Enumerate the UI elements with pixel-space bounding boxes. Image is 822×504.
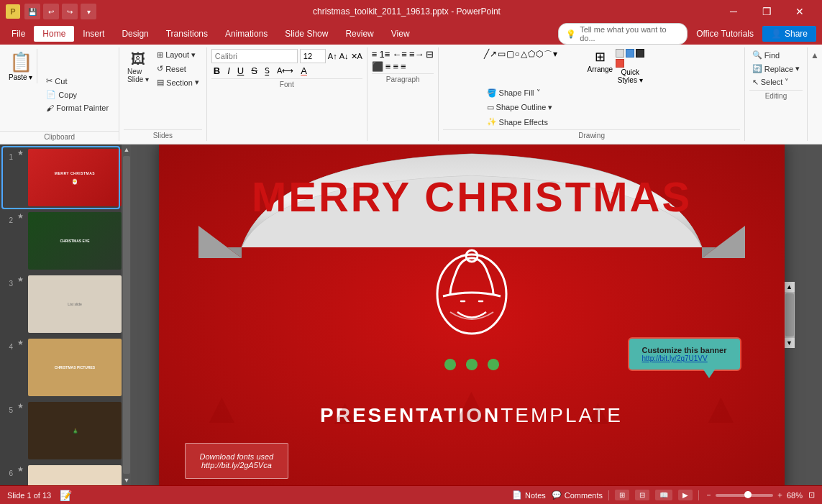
zoom-in-button[interactable]: ＋	[776, 490, 784, 500]
new-slide-button[interactable]: 🖼 NewSlide ▾	[124, 49, 152, 86]
quick-styles-preview	[616, 49, 644, 68]
section-button[interactable]: ▤ Section ▾	[154, 76, 202, 88]
menu-slideshow[interactable]: Slide Show	[276, 26, 337, 42]
download-link[interactable]: http://bit.ly/2gA5Vca	[200, 461, 274, 469]
menu-insert[interactable]: Insert	[74, 26, 113, 42]
shape-arrow[interactable]: ↗	[490, 49, 497, 61]
notes-button[interactable]: 📄 Notes	[512, 490, 546, 500]
menu-animations[interactable]: Animations	[216, 26, 276, 42]
shape-round-rect[interactable]: ▢	[506, 49, 514, 61]
reset-button[interactable]: ↺ Reset	[154, 63, 202, 75]
menu-home[interactable]: Home	[34, 26, 74, 42]
replace-button[interactable]: 🔄 Replace ▾	[749, 63, 803, 75]
save-button[interactable]: 💾	[24, 4, 40, 19]
layout-button[interactable]: ⊞ Layout ▾	[154, 49, 202, 61]
shape-triangle[interactable]: △	[521, 49, 527, 61]
shape-ellipse[interactable]: ○	[515, 49, 520, 61]
slide-notes-toggle[interactable]: 📝	[60, 490, 72, 501]
zoom-slider[interactable]	[716, 494, 773, 497]
slide-thumb-2[interactable]: 2 ★ CHRISTMAS EVE	[3, 211, 119, 271]
arrange-button[interactable]: ⊞	[588, 49, 613, 65]
scroll-thumb-v[interactable]	[785, 293, 794, 336]
bullet-list-button[interactable]: ≡	[372, 49, 378, 60]
slide-sorter-button[interactable]: ⊟	[635, 490, 649, 500]
slide-thumb-1[interactable]: 1 ★ MERRY CHRISTMAS 🎅	[3, 147, 119, 208]
collapse-ribbon-button[interactable]: ▲	[810, 50, 819, 60]
menu-review[interactable]: Review	[337, 26, 382, 42]
panel-scroll-up[interactable]: ▲	[122, 145, 131, 155]
reading-view-button[interactable]: 📖	[655, 490, 672, 500]
font-size-input[interactable]	[300, 49, 326, 63]
tell-me-box[interactable]: 💡 Tell me what you want to do...	[558, 23, 688, 45]
char-spacing-button[interactable]: A⟷	[275, 65, 296, 76]
slideshow-button[interactable]: ▶	[678, 490, 693, 500]
decrease-indent-button[interactable]: ←≡	[392, 49, 407, 60]
zoom-out-button[interactable]: －	[705, 490, 713, 500]
scroll-up-button[interactable]: ▲	[785, 282, 795, 292]
align-center-button[interactable]: ≡	[385, 61, 391, 72]
zoom-slider-thumb[interactable]	[744, 491, 752, 498]
menu-view[interactable]: View	[383, 26, 419, 42]
slide-thumb-3[interactable]: 3 ★ List slide	[3, 274, 119, 334]
copy-button[interactable]: 📄 Copy	[43, 88, 111, 101]
scroll-down-button[interactable]: ▼	[785, 338, 795, 348]
shape-outline-button[interactable]: ▭ Shape Outline ▾	[484, 101, 556, 114]
slide-thumb-4[interactable]: 4 ★ CHRISTMAS PICTURES	[3, 337, 119, 398]
slide-preview-5: 🎄	[28, 402, 122, 459]
fit-window-button[interactable]: ⊡	[808, 490, 815, 500]
shape-line[interactable]: ╱	[484, 49, 489, 61]
shape-fill-button[interactable]: 🪣 Shape Fill ˅	[484, 87, 556, 99]
font-size-decrease[interactable]: A↓	[339, 52, 349, 60]
format-painter-button[interactable]: 🖌 Format Painter	[43, 102, 111, 114]
office-tutorials-link[interactable]: Office Tutorials	[690, 26, 759, 42]
strikethrough-button[interactable]: S	[249, 65, 260, 77]
callout-link[interactable]: http://bit.ly/2q7U1VV	[642, 354, 727, 362]
shape-pentagon[interactable]: ⬠	[528, 49, 535, 61]
shape-hexagon[interactable]: ⬡	[536, 49, 543, 61]
align-right-button[interactable]: ≡	[393, 61, 398, 72]
align-left-button[interactable]: ⬛	[372, 61, 383, 72]
download-box[interactable]: Download fonts used http://bit.ly/2gA5Vc…	[185, 443, 289, 479]
panel-scroll-thumb[interactable]	[123, 156, 130, 474]
select-button[interactable]: ↖ Select ˅	[749, 76, 803, 88]
numbered-list-button[interactable]: 1≡	[379, 49, 390, 60]
comments-button[interactable]: 💬 Comments	[552, 490, 603, 500]
shadow-button[interactable]: S̲	[262, 65, 272, 76]
quick-access-dropdown[interactable]: ▾	[81, 4, 96, 19]
outline-icon: ▭	[487, 103, 494, 112]
clear-formatting[interactable]: ✕A	[351, 52, 362, 61]
column-button[interactable]: ⊟	[426, 49, 434, 60]
font-color-button[interactable]: A	[298, 65, 309, 77]
window-title: christmas_toolkit_2011_19613.pptx - Powe…	[96, 6, 717, 17]
slide-canvas[interactable]: MERRY CHRISTMAS	[159, 145, 785, 485]
panel-scroll-down[interactable]: ▼	[122, 475, 131, 485]
normal-view-button[interactable]: ⊞	[615, 490, 629, 500]
italic-button[interactable]: I	[225, 65, 232, 77]
callout-banner[interactable]: Customize this banner http://bit.ly/2q7U…	[628, 337, 741, 371]
undo-button[interactable]: ↩	[43, 4, 59, 19]
quick-styles-group[interactable]: QuickStyles ▾	[616, 49, 644, 84]
justify-button[interactable]: ≡	[401, 61, 406, 72]
font-name-input[interactable]	[211, 49, 298, 63]
shape-more[interactable]: ▾	[553, 49, 557, 61]
slide-thumb-5[interactable]: 5 ★ 🎄	[3, 400, 119, 461]
paste-button[interactable]: 📋 Paste ▾	[4, 49, 37, 83]
slide-panel-container: 1 ★ MERRY CHRISTMAS 🎅 2 ★ CHRISTMAS EVE	[0, 145, 131, 485]
share-button[interactable]: 👤 Share	[762, 26, 816, 42]
underline-button[interactable]: U	[235, 65, 246, 77]
font-size-increase[interactable]: A↑	[328, 52, 337, 60]
redo-button[interactable]: ↪	[62, 4, 78, 19]
menu-file[interactable]: File	[3, 26, 34, 42]
menu-design[interactable]: Design	[113, 26, 157, 42]
shape-curve[interactable]: ⌒	[544, 49, 552, 61]
callout-tail	[703, 370, 715, 378]
cut-button[interactable]: ✂ Cut	[43, 75, 111, 87]
bold-button[interactable]: B	[211, 65, 222, 77]
slide-thumb-6[interactable]: 6 ★ Slide 6	[3, 464, 119, 485]
banner-ribbon-container: MERRY CHRISTMAS	[184, 147, 759, 264]
shape-effects-button[interactable]: ✨ Shape Effects	[484, 116, 556, 128]
menu-transitions[interactable]: Transitions	[157, 26, 216, 42]
find-button[interactable]: 🔍 Find	[749, 49, 803, 61]
shape-rect[interactable]: ▭	[498, 49, 506, 61]
increase-indent-button[interactable]: ≡→	[409, 49, 424, 60]
